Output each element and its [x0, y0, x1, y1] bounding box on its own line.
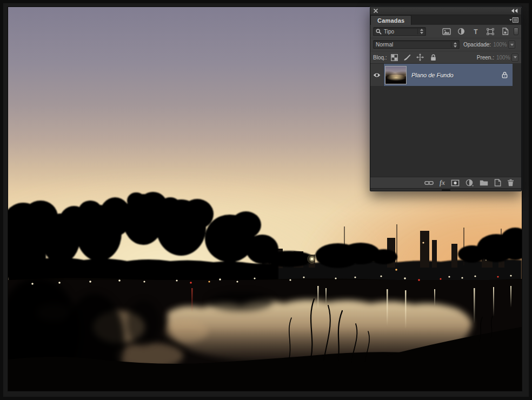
- new-adjustment-layer-icon[interactable]: [466, 179, 474, 186]
- visibility-toggle[interactable]: [370, 64, 384, 86]
- lock-pixels-icon[interactable]: [403, 54, 411, 62]
- layer-filter-toggle[interactable]: [514, 28, 518, 35]
- filter-row: Tipo T: [370, 25, 521, 38]
- stepper-icon: [451, 42, 457, 48]
- collapse-panels-icon[interactable]: [511, 8, 518, 14]
- layer-name[interactable]: Plano de Fundo: [411, 72, 454, 78]
- blend-row: Normal Opacidade: 100%: [370, 38, 521, 51]
- new-layer-icon[interactable]: [494, 179, 501, 186]
- panel-tab-bar: Camadas: [370, 15, 521, 25]
- add-layer-mask-icon[interactable]: [451, 179, 460, 186]
- link-layers-icon[interactable]: [424, 180, 434, 186]
- opacity-dropdown-button[interactable]: [508, 41, 515, 49]
- lock-buttons: [390, 54, 437, 62]
- delete-layer-icon[interactable]: [507, 179, 514, 186]
- search-icon: [376, 29, 382, 35]
- layers-panel: Camadas Tipo T: [370, 6, 522, 191]
- lock-badge-icon: [502, 71, 508, 78]
- lock-all-icon[interactable]: [429, 54, 437, 62]
- close-icon[interactable]: [374, 8, 378, 14]
- layers-list: Plano de Fundo: [370, 63, 521, 177]
- pixel-layers-filter-icon[interactable]: [442, 27, 451, 36]
- lock-transparency-icon[interactable]: [390, 54, 398, 62]
- filter-type-value: Tipo: [384, 29, 394, 35]
- panel-titlebar[interactable]: [370, 7, 521, 15]
- layer-effects-icon[interactable]: fx: [440, 179, 445, 186]
- panel-bottom-bar: fx: [370, 177, 521, 188]
- adjustment-layers-filter-icon[interactable]: [457, 27, 466, 36]
- tab-camadas[interactable]: Camadas: [370, 15, 411, 25]
- panel-menu-icon[interactable]: [507, 15, 521, 25]
- smart-objects-filter-icon[interactable]: [501, 27, 509, 36]
- fill-dropdown-button[interactable]: [511, 54, 518, 62]
- filter-type-dropdown[interactable]: Tipo: [373, 27, 426, 36]
- shape-layers-filter-icon[interactable]: [486, 27, 495, 36]
- layer-thumbnail[interactable]: [385, 66, 407, 84]
- blend-mode-value: Normal: [376, 42, 393, 48]
- photoshop-workspace: Camadas Tipo T: [0, 0, 532, 400]
- opacity-value[interactable]: 100%: [493, 42, 507, 48]
- panel-resize-handle[interactable]: [442, 189, 450, 191]
- svg-text:T: T: [474, 28, 478, 35]
- fill-value[interactable]: 100%: [496, 55, 510, 61]
- tab-camadas-label: Camadas: [377, 17, 404, 24]
- fill-label: Preen.:: [477, 55, 494, 61]
- eye-icon: [373, 72, 381, 78]
- lock-label: Bloq.:: [373, 55, 387, 61]
- layer-row[interactable]: Plano de Fundo: [370, 64, 521, 86]
- selected-layer[interactable]: Plano de Fundo: [384, 64, 513, 86]
- stepper-icon: [417, 29, 423, 34]
- new-group-icon[interactable]: [480, 179, 488, 186]
- type-layers-filter-icon[interactable]: T: [471, 27, 480, 36]
- lock-position-icon[interactable]: [416, 54, 424, 62]
- filter-buttons: T: [442, 27, 509, 36]
- opacity-label: Opacidade:: [463, 42, 491, 48]
- blend-mode-dropdown[interactable]: Normal: [373, 40, 460, 49]
- lock-row: Bloq.: Preen.: 100%: [370, 51, 521, 63]
- panel-bottom-edge: [370, 188, 521, 191]
